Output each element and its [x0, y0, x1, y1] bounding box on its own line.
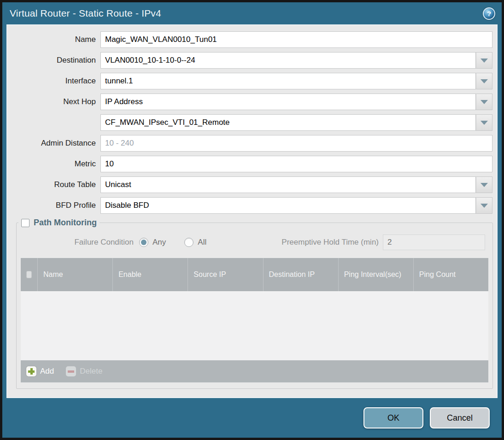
form-row-interface: Interface — [7, 73, 492, 89]
column-header-enable: Enable — [112, 258, 188, 291]
destination-dropdown-button[interactable] — [476, 52, 492, 69]
table-header-row: Name Enable Source IP Destination IP Pin… — [21, 258, 488, 291]
next-hop-label: Next Hop — [7, 97, 100, 106]
delete-button-label: Delete — [80, 367, 102, 376]
next-hop-type-input[interactable] — [100, 94, 476, 110]
failure-condition-row: Failure Condition Any All Preemptive Hol… — [17, 234, 492, 251]
question-mark-glyph: ? — [487, 10, 491, 18]
table-header-checkbox-cell — [21, 258, 37, 291]
window-frame: Virtual Router - Static Route - IPv4 ? N… — [0, 0, 504, 440]
interface-dropdown-button[interactable] — [476, 73, 492, 89]
column-header-name: Name — [37, 258, 112, 291]
minus-icon — [66, 366, 76, 376]
failure-condition-any-label: Any — [152, 238, 166, 247]
ok-button[interactable]: OK — [363, 407, 423, 428]
path-monitoring-title: Path Monitoring — [34, 218, 97, 228]
next-hop-type-dropdown-button[interactable] — [476, 94, 492, 110]
path-monitoring-legend: Path Monitoring — [18, 218, 100, 228]
cancel-button[interactable]: Cancel — [430, 407, 490, 428]
delete-button[interactable]: Delete — [66, 366, 102, 376]
chevron-down-icon — [481, 59, 488, 63]
chevron-down-icon — [481, 100, 488, 104]
form-row-admin-distance: Admin Distance — [7, 135, 492, 152]
table-footer-bar: Add Delete — [21, 360, 488, 382]
form-row-route-table: Route Table — [7, 176, 492, 193]
chevron-down-icon — [481, 183, 488, 187]
failure-condition-all-label: All — [198, 238, 206, 247]
chevron-down-icon — [481, 204, 488, 208]
plus-icon — [26, 366, 36, 376]
route-table-label: Route Table — [7, 180, 100, 189]
name-label: Name — [7, 35, 100, 44]
dialog-body: Name Destination Interface — [6, 24, 498, 398]
name-input[interactable] — [100, 31, 492, 48]
route-table-input[interactable] — [100, 176, 476, 193]
preemptive-hold-time-input[interactable] — [383, 235, 485, 250]
route-table-dropdown-button[interactable] — [476, 176, 492, 193]
interface-input[interactable] — [100, 73, 476, 89]
titlebar: Virtual Router - Static Route - IPv4 ? — [2, 2, 502, 24]
admin-distance-input[interactable] — [100, 135, 492, 152]
bfd-profile-input[interactable] — [100, 197, 476, 214]
help-icon[interactable]: ? — [483, 7, 495, 20]
destination-label: Destination — [7, 56, 100, 65]
failure-condition-label: Failure Condition — [24, 238, 139, 247]
add-button[interactable]: Add — [26, 366, 54, 376]
metric-input[interactable] — [100, 156, 492, 172]
form-row-metric: Metric — [7, 156, 492, 172]
form-row-next-hop: Next Hop — [7, 94, 492, 110]
dialog-title: Virtual Router - Static Route - IPv4 — [10, 8, 161, 19]
interface-label: Interface — [7, 76, 100, 86]
failure-condition-all-radio[interactable] — [184, 238, 193, 247]
dialog-window: Virtual Router - Static Route - IPv4 ? N… — [2, 2, 502, 438]
next-hop-address-input[interactable] — [100, 114, 476, 131]
form-row-bfd-profile: BFD Profile — [7, 197, 492, 214]
static-route-form: Name Destination Interface — [7, 25, 497, 214]
path-monitoring-checkbox[interactable] — [21, 219, 29, 227]
column-header-ping-count: Ping Count — [413, 258, 488, 291]
failure-condition-any-radio[interactable] — [139, 238, 148, 247]
preemptive-hold-time-label: Preemptive Hold Time (min) — [281, 238, 383, 247]
bfd-profile-label: BFD Profile — [7, 201, 100, 210]
column-header-source-ip: Source IP — [188, 258, 263, 291]
dialog-footer: OK Cancel — [2, 398, 502, 438]
add-button-label: Add — [40, 367, 54, 376]
next-hop-address-dropdown-button[interactable] — [476, 114, 492, 131]
chevron-down-icon — [481, 121, 488, 125]
admin-distance-label: Admin Distance — [7, 139, 100, 148]
column-header-destination-ip: Destination IP — [263, 258, 338, 291]
select-all-checkbox[interactable] — [26, 271, 32, 278]
table-body-empty — [21, 291, 488, 360]
destination-input[interactable] — [100, 52, 476, 69]
form-row-name: Name — [7, 31, 492, 48]
column-header-ping-interval: Ping Interval(sec) — [338, 258, 413, 291]
form-row-next-hop-address — [7, 114, 492, 131]
form-row-destination: Destination — [7, 52, 492, 69]
path-monitoring-fieldset: Path Monitoring Failure Condition Any Al… — [16, 218, 493, 389]
bfd-profile-dropdown-button[interactable] — [476, 197, 492, 214]
chevron-down-icon — [481, 79, 488, 83]
metric-label: Metric — [7, 159, 100, 169]
path-monitoring-table: Name Enable Source IP Destination IP Pin… — [21, 258, 488, 382]
